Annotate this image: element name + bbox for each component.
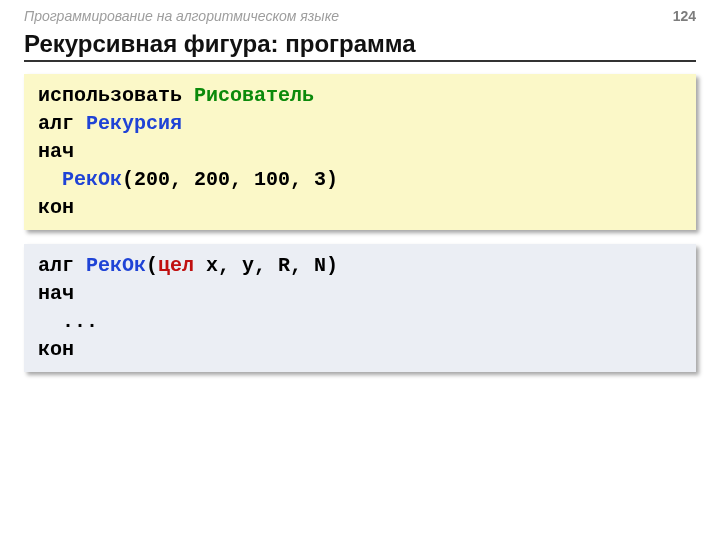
slide-header: Программирование на алгоритмическом язык…: [24, 8, 696, 24]
code-text: ...: [38, 310, 98, 333]
code-text: x, y, R, N): [194, 254, 338, 277]
title-underline: [24, 60, 696, 62]
course-name: Программирование на алгоритмическом язык…: [24, 8, 339, 24]
code-text: (: [146, 254, 158, 277]
slide-title: Рекурсивная фигура: программа: [24, 30, 696, 58]
code-text: кон: [38, 196, 74, 219]
code-text: кон: [38, 338, 74, 361]
code-text: Рекурсия: [86, 112, 182, 135]
code-text: алг: [38, 112, 86, 135]
code-text: (200, 200, 100, 3): [122, 168, 338, 191]
code-block-proc: алг РекОк(цел x, y, R, N) нач ... кон: [24, 244, 696, 372]
code-text: цел: [158, 254, 194, 277]
code-text: нач: [38, 282, 74, 305]
code-block-main: использовать Рисователь алг Рекурсия нач…: [24, 74, 696, 230]
slide: Программирование на алгоритмическом язык…: [0, 0, 720, 540]
code-text: РекОк: [62, 168, 122, 191]
code-text: Рисователь: [194, 84, 314, 107]
code-text: использовать: [38, 84, 194, 107]
code-text: нач: [38, 140, 74, 163]
code-text: алг: [38, 254, 86, 277]
page-number: 124: [673, 8, 696, 24]
code-text: РекОк: [86, 254, 146, 277]
code-text: [38, 168, 62, 191]
